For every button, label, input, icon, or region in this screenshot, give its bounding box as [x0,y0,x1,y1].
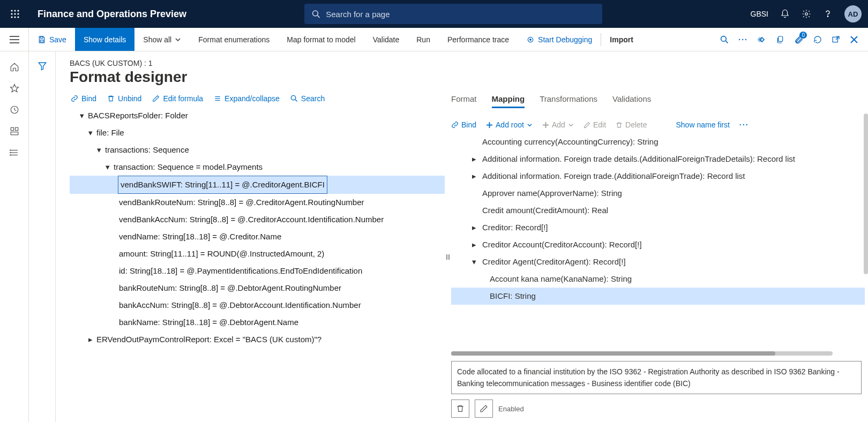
tree-node[interactable]: Approver name(ApproverName): String [451,185,865,202]
popout-icon[interactable] [832,35,840,44]
format-tree[interactable]: ▾BACSReportsFolder: Folder ▾file: File ▾… [70,107,445,422]
caret-right-icon[interactable]: ▸ [469,236,479,253]
svg-point-1 [14,10,16,11]
tree-node[interactable]: ▾Creditor Agent(CreditorAgent): Record[!… [451,253,865,270]
tab-format[interactable]: Format [451,94,477,108]
recent-icon[interactable] [10,105,19,115]
tree-node[interactable]: ▸Additional information. Foreign trade d… [451,150,865,168]
search-icon [290,95,298,102]
save-button[interactable]: Save [29,28,75,51]
delete-item-button[interactable] [451,400,469,418]
tree-node[interactable]: ▾BACSReportsFolder: Folder [70,107,445,124]
expand-collapse-button[interactable]: Expand/collapse [214,94,280,103]
tree-node[interactable]: vendBankAccNum: String[8..8] = @.Credito… [70,211,445,228]
edit-formula-button[interactable]: Edit formula [152,94,203,103]
workspaces-icon[interactable] [10,126,19,136]
description-box: Code allocated to a financial institutio… [451,361,862,394]
tree-node[interactable]: vendBankRouteNum: String[8..8] = @.Credi… [70,194,445,211]
more-actions-icon[interactable]: ··· [738,35,748,44]
tree-node[interactable]: ▾transaction: Sequence = model.Payments [70,159,445,176]
tree-node[interactable]: bankRouteNum: String[8..8] = @.DebtorAge… [70,280,445,297]
svg-point-7 [14,16,16,18]
start-debugging-button[interactable]: Start Debugging [518,28,601,51]
vertical-scrollbar[interactable] [864,114,868,274]
caret-right-icon[interactable]: ▸ [469,150,479,168]
hamburger-button[interactable] [0,28,29,51]
caret-right-icon[interactable]: ▸ [469,168,479,185]
add-root-button[interactable]: Add root [486,120,533,129]
tree-node[interactable]: id: String[18..18] = @.PaymentIdentifica… [70,262,445,280]
user-avatar[interactable]: AD [844,5,862,22]
format-enumerations-button[interactable]: Format enumerations [190,28,278,51]
tab-validations[interactable]: Validations [612,94,651,108]
tree-node[interactable]: ▸ERVendOutPaymControlReport: Excel = "BA… [70,331,445,348]
map-format-to-model-button[interactable]: Map format to model [278,28,364,51]
copy-icon[interactable] [776,35,784,44]
caret-down-icon[interactable]: ▾ [86,124,95,141]
show-all-button[interactable]: Show all [134,28,190,51]
home-icon[interactable] [10,62,19,72]
diamond-icon[interactable] [758,35,766,44]
app-launcher-icon[interactable] [6,5,24,22]
caret-down-icon[interactable]: ▾ [77,107,87,124]
search-tree-button[interactable]: Search [290,94,325,103]
global-search-input[interactable] [326,10,595,19]
svg-point-11 [805,13,808,16]
performance-trace-button[interactable]: Performance trace [439,28,518,51]
tree-node[interactable]: Account kana name(KanaName): String [451,270,865,288]
validate-button[interactable]: Validate [364,28,408,51]
search-icon [312,10,320,19]
modules-icon[interactable] [10,148,19,157]
show-name-first-button[interactable]: Show name first [676,120,729,129]
edit-item-button[interactable] [475,400,493,418]
tree-node[interactable]: ▾transactions: Sequence [70,141,445,159]
edit-button: Edit [583,120,606,129]
datasource-tree[interactable]: Accounting currency(AccountingCurrency):… [451,133,865,349]
caret-down-icon[interactable]: ▾ [94,141,104,159]
pane-splitter[interactable] [445,92,451,422]
tree-node[interactable]: ▸Additional information. Foreign trade.(… [451,168,865,185]
svg-rect-32 [15,127,18,130]
caret-down-icon[interactable]: ▾ [103,159,113,176]
tree-node[interactable]: ▸Creditor Account(CreditorAccount): Reco… [451,236,865,253]
close-icon[interactable] [850,35,858,44]
caret-down-icon[interactable]: ▾ [469,253,479,270]
tree-node[interactable]: amount: String[11..11] = ROUND(@.Instruc… [70,245,445,262]
tree-node[interactable]: bankName: String[18..18] = @.DebtorAgent… [70,314,445,331]
global-search[interactable] [304,4,602,24]
mapping-bind-button[interactable]: Bind [451,120,476,129]
caret-right-icon[interactable]: ▸ [469,219,479,236]
tree-node[interactable]: bankAccNum: String[8..8] = @.DebtorAccou… [70,297,445,314]
list-icon [214,95,221,102]
run-button[interactable]: Run [408,28,439,51]
filter-icon[interactable] [38,61,47,422]
unbind-button[interactable]: Unbind [107,94,141,103]
tree-node[interactable]: ▾file: File [70,124,445,141]
tree-node[interactable]: vendName: String[18..18] = @.Creditor.Na… [70,228,445,245]
tree-node-selected[interactable]: vendBankSWIFT: String[11..11] = @.Credit… [70,176,445,194]
svg-point-19 [530,39,532,40]
show-details-button[interactable]: Show details [75,28,134,51]
notifications-icon[interactable] [780,9,790,19]
help-icon[interactable] [823,9,833,19]
settings-icon[interactable] [802,9,811,19]
caret-right-icon[interactable]: ▸ [86,331,95,348]
tree-node[interactable]: ▸Creditor: Record[!] [451,219,865,236]
add-button: Add [542,120,574,129]
search-command-icon[interactable] [720,35,729,44]
mapping-more-button[interactable]: ··· [739,120,749,129]
tree-node[interactable]: Accounting currency(AccountingCurrency):… [451,133,865,150]
refresh-icon[interactable] [813,35,822,44]
star-icon[interactable] [10,84,19,93]
tree-node-selected[interactable]: BICFI: String [451,288,865,305]
import-button[interactable]: Import [601,28,642,51]
attachments-icon[interactable]: 0 [794,35,804,44]
breadcrumb: BACS (UK CUSTOM) : 1 [70,59,868,67]
tree-node[interactable]: Credit amount(CreditAmount): Real [451,202,865,219]
tab-transformations[interactable]: Transformations [540,94,597,108]
svg-point-38 [10,152,11,153]
bind-button[interactable]: Bind [71,94,96,103]
company-picker[interactable]: GBSI [751,10,768,18]
horizontal-scrollbar[interactable] [451,351,833,356]
tab-mapping[interactable]: Mapping [492,94,525,108]
